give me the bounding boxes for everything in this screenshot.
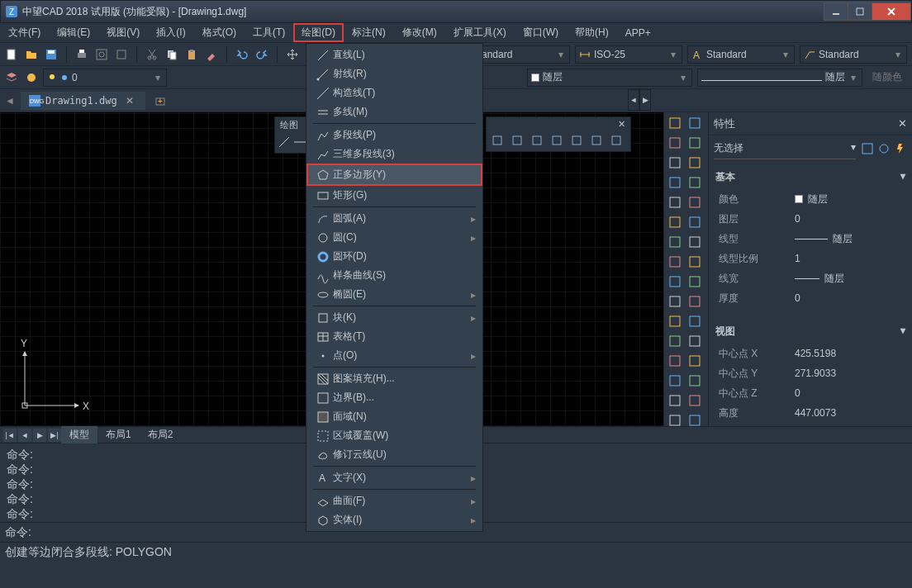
tool-icon-10[interactable] <box>666 213 684 231</box>
menu-item-ellipse[interactable]: 椭圆(E)▸ <box>306 285 482 304</box>
pickadd-icon[interactable] <box>877 142 891 155</box>
prop-row[interactable]: 线宽随层 <box>712 268 909 288</box>
tool-icon-27[interactable] <box>686 372 704 390</box>
tool-icon-18[interactable] <box>666 292 684 311</box>
tool-icon-15[interactable] <box>686 253 704 271</box>
menu-ext[interactable]: 扩展工具(X) <box>445 23 515 42</box>
ft2-icon-2[interactable] <box>528 131 546 149</box>
maximize-button[interactable] <box>848 2 872 21</box>
prop-row[interactable]: 中心点 Z0 <box>712 383 909 403</box>
prop-row[interactable]: 厚度0 <box>712 288 909 308</box>
layout-next-icon[interactable]: ▶ <box>33 429 46 442</box>
tool-icon-20[interactable] <box>666 312 684 330</box>
tool-icon-13[interactable] <box>686 233 704 251</box>
menu-help[interactable]: 帮助(H) <box>567 23 617 42</box>
menu-item-xline[interactable]: 构造线(T) <box>306 83 482 102</box>
menu-window[interactable]: 窗口(W) <box>515 23 567 42</box>
menu-item-donut[interactable]: 圆环(D) <box>306 247 482 266</box>
prop-row[interactable]: 高度447.0073 <box>712 403 909 423</box>
menu-file[interactable]: 文件(F) <box>0 23 49 42</box>
document-tab[interactable]: DWG Drawing1.dwg ✕ <box>21 92 145 110</box>
layer-state-icon[interactable] <box>23 69 40 86</box>
prop-group-header[interactable]: 基本▾ <box>712 165 909 189</box>
tool-icon-8[interactable] <box>666 193 684 211</box>
minimize-button[interactable] <box>824 2 848 21</box>
prop-row[interactable]: 宽度1168.5723 <box>712 423 909 426</box>
ft2-icon-5[interactable] <box>587 131 606 149</box>
menu-dim[interactable]: 标注(N) <box>344 23 394 42</box>
menu-item-3dpline[interactable]: 三维多段线(3) <box>306 145 482 164</box>
tool-icon-31[interactable] <box>686 411 704 429</box>
prop-row[interactable]: 颜色随层 <box>712 189 909 209</box>
xline-icon[interactable] <box>292 133 306 151</box>
menu-draw[interactable]: 绘图(D) <box>293 23 344 42</box>
menu-item-boundary[interactable]: 边界(B)... <box>306 388 482 407</box>
menu-item-revcloud[interactable]: 修订云线(U) <box>306 445 482 464</box>
layer-mgr-icon[interactable] <box>3 69 20 86</box>
tool-icon-4[interactable] <box>666 154 684 172</box>
copy-icon[interactable] <box>164 46 180 63</box>
layout-last-icon[interactable]: ▶| <box>48 429 61 442</box>
prop-row[interactable]: 中心点 X425.5198 <box>712 344 909 363</box>
layout-tab-2[interactable]: 布局2 <box>140 426 182 443</box>
menu-view[interactable]: 视图(V) <box>98 23 148 42</box>
menu-item-ray[interactable]: 射线(R) <box>306 64 482 83</box>
menu-item-surface[interactable]: 曲面(F)▸ <box>306 491 482 510</box>
tool-icon-1[interactable] <box>686 114 704 132</box>
tool-icon-25[interactable] <box>686 352 704 370</box>
tool-icon-30[interactable] <box>666 411 684 429</box>
color-combo[interactable]: 随层▾ <box>527 69 692 87</box>
tool-icon-16[interactable] <box>666 273 684 291</box>
tool-icon-11[interactable] <box>686 213 704 231</box>
menu-item-pline[interactable]: 多段线(P) <box>306 126 482 145</box>
tool-icon-29[interactable] <box>686 391 704 410</box>
tool-icon-12[interactable] <box>666 233 684 251</box>
prop-row[interactable]: 线型随层 <box>712 229 909 249</box>
line-icon[interactable] <box>277 133 291 151</box>
selection-combo[interactable]: 无选择▾ <box>714 138 856 159</box>
tool-icon-3[interactable] <box>686 134 704 152</box>
layout-tab-model[interactable]: 模型 <box>61 426 97 443</box>
float-close-icon[interactable]: ✕ <box>618 119 625 130</box>
menu-item-spline[interactable]: 样条曲线(S) <box>306 266 482 285</box>
tool-icon-19[interactable] <box>686 292 704 311</box>
float-toolbar-draw[interactable]: 绘图 <box>274 116 309 154</box>
panel-close-icon[interactable]: ✕ <box>898 117 907 130</box>
tool-icon-14[interactable] <box>666 253 684 271</box>
print-icon[interactable] <box>74 46 90 63</box>
pan-icon[interactable] <box>284 46 301 63</box>
ft2-icon-6[interactable] <box>607 131 625 149</box>
prop-row[interactable]: 线型比例1 <box>712 249 909 268</box>
save-icon[interactable] <box>43 46 59 63</box>
menu-modify[interactable]: 修改(M) <box>394 23 445 42</box>
menu-item-circle[interactable]: 圆(C)▸ <box>306 228 482 247</box>
quickselect-icon[interactable] <box>861 142 874 155</box>
doc-nav-next[interactable]: ▶ <box>639 89 651 111</box>
menu-item-hatch[interactable]: 图案填充(H)... <box>306 369 482 388</box>
publish-icon[interactable] <box>113 46 130 63</box>
tool-icon-6[interactable] <box>666 173 684 192</box>
open-file-icon[interactable] <box>23 46 40 63</box>
menu-app[interactable]: APP+ <box>617 25 659 41</box>
ft2-icon-4[interactable] <box>568 131 586 149</box>
print-preview-icon[interactable] <box>93 46 110 63</box>
new-file-icon[interactable] <box>3 46 20 63</box>
mleaderstyle-combo[interactable]: Standard▾ <box>800 45 907 64</box>
textstyle-combo[interactable]: A Standard▾ <box>687 45 795 64</box>
menu-item-point[interactable]: 点(O)▸ <box>306 346 482 365</box>
menu-tool[interactable]: 工具(T) <box>245 23 293 42</box>
menu-item-solid[interactable]: 实体(I)▸ <box>306 510 482 529</box>
layout-first-icon[interactable]: |◄ <box>3 429 17 442</box>
tool-icon-23[interactable] <box>686 332 704 350</box>
menu-item-region[interactable]: 面域(N) <box>306 407 482 426</box>
dimstyle-combo[interactable]: ISO-25▾ <box>575 45 682 64</box>
tool-icon-21[interactable] <box>686 312 704 330</box>
tab-add-icon[interactable]: + <box>152 92 169 109</box>
close-button[interactable] <box>872 2 911 21</box>
flash-icon[interactable] <box>894 142 907 155</box>
menu-insert[interactable]: 插入(I) <box>148 23 193 42</box>
undo-icon[interactable] <box>234 46 250 63</box>
tool-icon-9[interactable] <box>686 193 704 211</box>
ft2-icon-1[interactable] <box>508 131 526 149</box>
menu-item-mline[interactable]: 多线(M) <box>306 102 482 121</box>
